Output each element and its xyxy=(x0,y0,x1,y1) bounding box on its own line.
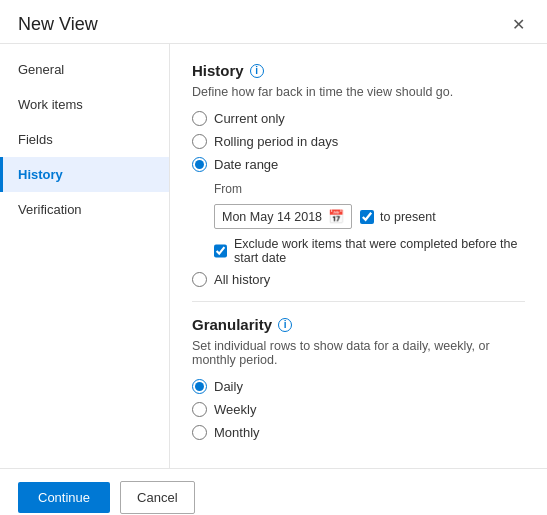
history-radio-group: Current only Rolling period in days Date… xyxy=(192,111,525,172)
granularity-section-title: Granularity i xyxy=(192,316,525,333)
divider xyxy=(192,301,525,302)
sidebar-item-fields[interactable]: Fields xyxy=(0,122,169,157)
sidebar-item-work-items[interactable]: Work items xyxy=(0,87,169,122)
radio-all-history[interactable]: All history xyxy=(192,272,525,287)
sidebar-item-general[interactable]: General xyxy=(0,52,169,87)
granularity-info-icon[interactable]: i xyxy=(278,318,292,332)
radio-weekly-input[interactable] xyxy=(192,402,207,417)
radio-current-only-input[interactable] xyxy=(192,111,207,126)
continue-button[interactable]: Continue xyxy=(18,482,110,513)
radio-current-only[interactable]: Current only xyxy=(192,111,525,126)
radio-daily-input[interactable] xyxy=(192,379,207,394)
granularity-radio-group: Daily Weekly Monthly xyxy=(192,379,525,440)
history-info-icon[interactable]: i xyxy=(250,64,264,78)
all-history-group: All history xyxy=(192,272,525,287)
radio-date-range-input[interactable] xyxy=(192,157,207,172)
radio-all-history-input[interactable] xyxy=(192,272,207,287)
from-label: From xyxy=(214,182,525,196)
dialog-header: New View ✕ xyxy=(0,0,547,44)
radio-weekly[interactable]: Weekly xyxy=(192,402,525,417)
sidebar-item-history[interactable]: History xyxy=(0,157,169,192)
new-view-dialog: New View ✕ GeneralWork itemsFieldsHistor… xyxy=(0,0,547,515)
exclude-row: Exclude work items that were completed b… xyxy=(214,237,525,265)
calendar-icon: 📅 xyxy=(328,209,344,224)
radio-date-range[interactable]: Date range xyxy=(192,157,525,172)
history-section-title: History i xyxy=(192,62,525,79)
date-input[interactable]: Mon May 14 2018 📅 xyxy=(214,204,352,229)
date-value: Mon May 14 2018 xyxy=(222,210,322,224)
content-area: History i Define how far back in time th… xyxy=(170,44,547,468)
history-desc: Define how far back in time the view sho… xyxy=(192,85,525,99)
dialog-body: GeneralWork itemsFieldsHistoryVerificati… xyxy=(0,44,547,468)
cancel-button[interactable]: Cancel xyxy=(120,481,194,514)
radio-rolling-period[interactable]: Rolling period in days xyxy=(192,134,525,149)
radio-monthly-input[interactable] xyxy=(192,425,207,440)
sidebar: GeneralWork itemsFieldsHistoryVerificati… xyxy=(0,44,170,468)
sidebar-item-verification[interactable]: Verification xyxy=(0,192,169,227)
to-present-label[interactable]: to present xyxy=(360,210,436,224)
dialog-footer: Continue Cancel xyxy=(0,468,547,515)
radio-rolling-period-input[interactable] xyxy=(192,134,207,149)
radio-daily[interactable]: Daily xyxy=(192,379,525,394)
exclude-checkbox[interactable] xyxy=(214,244,227,258)
dialog-title: New View xyxy=(18,14,98,35)
radio-monthly[interactable]: Monthly xyxy=(192,425,525,440)
to-present-checkbox[interactable] xyxy=(360,210,374,224)
granularity-desc: Set individual rows to show data for a d… xyxy=(192,339,525,367)
close-button[interactable]: ✕ xyxy=(508,15,529,35)
exclude-label: Exclude work items that were completed b… xyxy=(234,237,525,265)
date-row: Mon May 14 2018 📅 to present xyxy=(214,204,525,229)
